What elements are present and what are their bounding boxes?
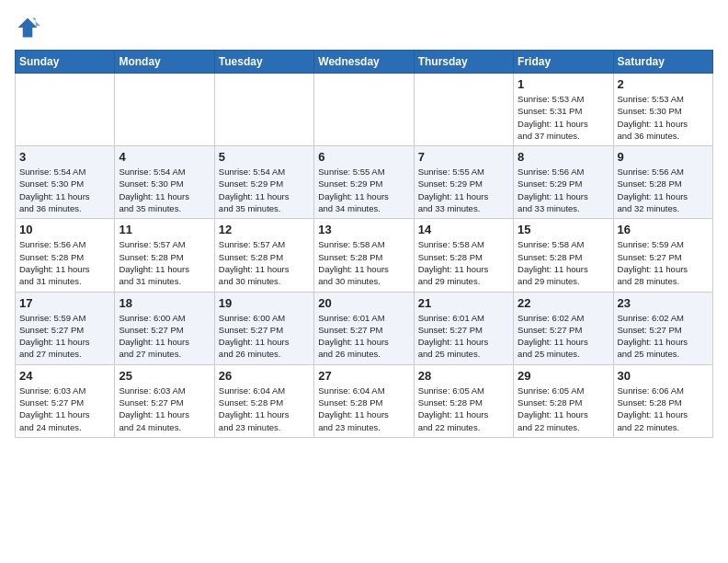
day-info: Sunrise: 6:04 AM Sunset: 5:28 PM Dayligh… bbox=[318, 385, 409, 433]
day-number: 5 bbox=[219, 150, 310, 164]
day-info: Sunrise: 5:55 AM Sunset: 5:29 PM Dayligh… bbox=[318, 166, 409, 214]
weekday-header: Monday bbox=[115, 51, 214, 74]
day-info: Sunrise: 5:56 AM Sunset: 5:29 PM Dayligh… bbox=[518, 166, 609, 214]
day-number: 24 bbox=[19, 369, 110, 383]
calendar-cell: 1Sunrise: 5:53 AM Sunset: 5:31 PM Daylig… bbox=[514, 74, 613, 146]
day-info: Sunrise: 5:56 AM Sunset: 5:28 PM Dayligh… bbox=[19, 238, 110, 287]
calendar-cell: 22Sunrise: 6:02 AM Sunset: 5:27 PM Dayli… bbox=[514, 292, 613, 364]
calendar-cell bbox=[314, 74, 414, 146]
day-info: Sunrise: 5:56 AM Sunset: 5:28 PM Dayligh… bbox=[618, 166, 709, 214]
day-info: Sunrise: 6:06 AM Sunset: 5:28 PM Dayligh… bbox=[618, 385, 709, 433]
header bbox=[15, 15, 713, 40]
calendar-cell: 11Sunrise: 5:57 AM Sunset: 5:28 PM Dayli… bbox=[115, 219, 214, 292]
day-number: 7 bbox=[418, 150, 509, 164]
day-number: 21 bbox=[418, 296, 509, 310]
calendar-week-row: 3Sunrise: 5:54 AM Sunset: 5:30 PM Daylig… bbox=[16, 146, 713, 219]
day-info: Sunrise: 5:59 AM Sunset: 5:27 PM Dayligh… bbox=[618, 238, 709, 287]
day-number: 8 bbox=[518, 150, 609, 164]
day-info: Sunrise: 6:03 AM Sunset: 5:27 PM Dayligh… bbox=[19, 385, 110, 433]
day-number: 30 bbox=[618, 369, 709, 383]
day-info: Sunrise: 5:58 AM Sunset: 5:28 PM Dayligh… bbox=[418, 238, 509, 287]
calendar-week-row: 10Sunrise: 5:56 AM Sunset: 5:28 PM Dayli… bbox=[16, 219, 713, 292]
day-number: 12 bbox=[219, 223, 310, 236]
day-info: Sunrise: 6:03 AM Sunset: 5:27 PM Dayligh… bbox=[119, 385, 210, 433]
calendar-body: 1Sunrise: 5:53 AM Sunset: 5:31 PM Daylig… bbox=[16, 74, 713, 438]
calendar-cell bbox=[414, 74, 513, 146]
day-number: 29 bbox=[518, 369, 609, 383]
calendar-cell: 8Sunrise: 5:56 AM Sunset: 5:29 PM Daylig… bbox=[514, 146, 613, 219]
day-number: 15 bbox=[518, 223, 609, 236]
day-info: Sunrise: 6:00 AM Sunset: 5:27 PM Dayligh… bbox=[119, 312, 210, 361]
calendar-cell: 4Sunrise: 5:54 AM Sunset: 5:30 PM Daylig… bbox=[115, 146, 214, 219]
day-info: Sunrise: 5:58 AM Sunset: 5:28 PM Dayligh… bbox=[318, 238, 409, 287]
day-info: Sunrise: 6:01 AM Sunset: 5:27 PM Dayligh… bbox=[418, 312, 509, 361]
calendar-cell: 29Sunrise: 6:05 AM Sunset: 5:28 PM Dayli… bbox=[514, 364, 613, 437]
day-number: 4 bbox=[119, 150, 210, 164]
calendar-cell bbox=[214, 74, 313, 146]
day-number: 10 bbox=[19, 223, 110, 236]
calendar-cell: 14Sunrise: 5:58 AM Sunset: 5:28 PM Dayli… bbox=[414, 219, 513, 292]
calendar-cell: 5Sunrise: 5:54 AM Sunset: 5:29 PM Daylig… bbox=[214, 146, 313, 219]
calendar-header: SundayMondayTuesdayWednesdayThursdayFrid… bbox=[16, 51, 713, 74]
day-number: 11 bbox=[119, 223, 210, 236]
calendar-cell: 16Sunrise: 5:59 AM Sunset: 5:27 PM Dayli… bbox=[613, 219, 712, 292]
day-info: Sunrise: 5:59 AM Sunset: 5:27 PM Dayligh… bbox=[19, 312, 110, 361]
weekday-row: SundayMondayTuesdayWednesdayThursdayFrid… bbox=[16, 51, 713, 74]
day-info: Sunrise: 6:04 AM Sunset: 5:28 PM Dayligh… bbox=[219, 385, 310, 433]
day-number: 23 bbox=[618, 296, 709, 310]
calendar-cell: 23Sunrise: 6:02 AM Sunset: 5:27 PM Dayli… bbox=[613, 292, 712, 364]
calendar-week-row: 17Sunrise: 5:59 AM Sunset: 5:27 PM Dayli… bbox=[16, 292, 713, 364]
day-number: 27 bbox=[318, 369, 409, 383]
day-number: 1 bbox=[518, 77, 609, 91]
calendar-cell: 20Sunrise: 6:01 AM Sunset: 5:27 PM Dayli… bbox=[314, 292, 414, 364]
day-info: Sunrise: 6:02 AM Sunset: 5:27 PM Dayligh… bbox=[618, 312, 709, 361]
calendar-cell: 18Sunrise: 6:00 AM Sunset: 5:27 PM Dayli… bbox=[115, 292, 214, 364]
calendar-cell: 7Sunrise: 5:55 AM Sunset: 5:29 PM Daylig… bbox=[414, 146, 513, 219]
day-info: Sunrise: 5:57 AM Sunset: 5:28 PM Dayligh… bbox=[219, 238, 310, 287]
calendar-cell: 3Sunrise: 5:54 AM Sunset: 5:30 PM Daylig… bbox=[16, 146, 115, 219]
calendar-cell: 30Sunrise: 6:06 AM Sunset: 5:28 PM Dayli… bbox=[613, 364, 712, 437]
day-number: 18 bbox=[119, 296, 210, 310]
day-number: 13 bbox=[318, 223, 409, 236]
day-info: Sunrise: 5:53 AM Sunset: 5:31 PM Dayligh… bbox=[518, 93, 609, 142]
calendar-cell: 19Sunrise: 6:00 AM Sunset: 5:27 PM Dayli… bbox=[214, 292, 313, 364]
calendar-cell: 9Sunrise: 5:56 AM Sunset: 5:28 PM Daylig… bbox=[613, 146, 712, 219]
weekday-header: Sunday bbox=[16, 51, 115, 74]
svg-marker-0 bbox=[18, 18, 38, 38]
calendar: SundayMondayTuesdayWednesdayThursdayFrid… bbox=[15, 50, 713, 438]
day-number: 28 bbox=[418, 369, 509, 383]
day-number: 3 bbox=[19, 150, 110, 164]
weekday-header: Saturday bbox=[613, 51, 712, 74]
day-number: 9 bbox=[618, 150, 709, 164]
calendar-cell: 26Sunrise: 6:04 AM Sunset: 5:28 PM Dayli… bbox=[214, 364, 313, 437]
day-info: Sunrise: 5:54 AM Sunset: 5:29 PM Dayligh… bbox=[219, 166, 310, 214]
day-info: Sunrise: 5:53 AM Sunset: 5:30 PM Dayligh… bbox=[618, 93, 709, 142]
day-number: 26 bbox=[219, 369, 310, 383]
day-number: 25 bbox=[119, 369, 210, 383]
page: SundayMondayTuesdayWednesdayThursdayFrid… bbox=[0, 0, 728, 447]
day-number: 14 bbox=[418, 223, 509, 236]
calendar-week-row: 24Sunrise: 6:03 AM Sunset: 5:27 PM Dayli… bbox=[16, 364, 713, 437]
day-number: 16 bbox=[618, 223, 709, 236]
calendar-cell: 10Sunrise: 5:56 AM Sunset: 5:28 PM Dayli… bbox=[16, 219, 115, 292]
day-info: Sunrise: 5:57 AM Sunset: 5:28 PM Dayligh… bbox=[119, 238, 210, 287]
day-number: 2 bbox=[618, 77, 709, 91]
day-info: Sunrise: 6:01 AM Sunset: 5:27 PM Dayligh… bbox=[318, 312, 409, 361]
logo-icon bbox=[15, 15, 40, 40]
calendar-cell: 6Sunrise: 5:55 AM Sunset: 5:29 PM Daylig… bbox=[314, 146, 414, 219]
calendar-cell: 13Sunrise: 5:58 AM Sunset: 5:28 PM Dayli… bbox=[314, 219, 414, 292]
calendar-cell: 21Sunrise: 6:01 AM Sunset: 5:27 PM Dayli… bbox=[414, 292, 513, 364]
weekday-header: Thursday bbox=[414, 51, 513, 74]
day-number: 19 bbox=[219, 296, 310, 310]
calendar-week-row: 1Sunrise: 5:53 AM Sunset: 5:31 PM Daylig… bbox=[16, 74, 713, 146]
day-info: Sunrise: 6:05 AM Sunset: 5:28 PM Dayligh… bbox=[418, 385, 509, 433]
calendar-cell bbox=[115, 74, 214, 146]
day-info: Sunrise: 6:00 AM Sunset: 5:27 PM Dayligh… bbox=[219, 312, 310, 361]
calendar-cell bbox=[16, 74, 115, 146]
day-info: Sunrise: 5:54 AM Sunset: 5:30 PM Dayligh… bbox=[19, 166, 110, 214]
calendar-cell: 17Sunrise: 5:59 AM Sunset: 5:27 PM Dayli… bbox=[16, 292, 115, 364]
weekday-header: Friday bbox=[514, 51, 613, 74]
calendar-cell: 2Sunrise: 5:53 AM Sunset: 5:30 PM Daylig… bbox=[613, 74, 712, 146]
calendar-cell: 28Sunrise: 6:05 AM Sunset: 5:28 PM Dayli… bbox=[414, 364, 513, 437]
calendar-cell: 27Sunrise: 6:04 AM Sunset: 5:28 PM Dayli… bbox=[314, 364, 414, 437]
